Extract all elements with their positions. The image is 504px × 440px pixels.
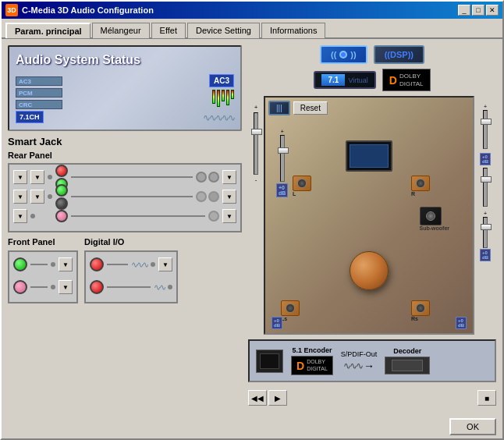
front-btn-2[interactable]: ▼ bbox=[59, 280, 73, 294]
level-bars bbox=[212, 90, 234, 107]
speaker-box-Rs[interactable] bbox=[411, 300, 430, 316]
digital-io-section: Digital I/O ∿∿∿ ▼ bbox=[84, 237, 178, 303]
speaker-Rs: Rs bbox=[411, 300, 430, 321]
digital-connector-red[interactable] bbox=[90, 257, 104, 271]
rs-db-badge: +0dB bbox=[456, 317, 467, 329]
tab-melangeur[interactable]: Mélangeur bbox=[92, 23, 150, 38]
connector-red-1[interactable] bbox=[55, 165, 68, 177]
decoder-label: Decoder bbox=[393, 347, 421, 355]
jack-btn-3a[interactable]: ▼ bbox=[13, 209, 27, 223]
tab-param-principal[interactable]: Param. principal bbox=[5, 23, 91, 38]
maximize-button[interactable]: □ bbox=[472, 5, 484, 16]
speaker-box-L[interactable] bbox=[293, 176, 311, 191]
main-content: Audio System Status AC3 PCM CRC AC3 7.1C… bbox=[2, 39, 502, 415]
jack-btn-1b[interactable]: ▼ bbox=[30, 170, 44, 184]
tab-effet[interactable]: Effet bbox=[151, 23, 186, 38]
spdif-wave: ∿∿∿ bbox=[343, 360, 362, 371]
dolby-text: DOLBY DIGITAL bbox=[399, 73, 424, 87]
title-bar: 3D C-Media 3D Audio Configuration _ □ ✕ bbox=[2, 2, 502, 19]
speaker-label-Rs: Rs bbox=[411, 316, 430, 321]
main-window: 3D C-Media 3D Audio Configuration _ □ ✕ … bbox=[0, 0, 504, 440]
jack-row-3: ▼ ▼ bbox=[13, 208, 236, 225]
c-track[interactable] bbox=[483, 110, 488, 149]
decoder-area: Decoder bbox=[385, 347, 430, 374]
master-track[interactable] bbox=[254, 112, 258, 175]
master-thumb[interactable] bbox=[251, 129, 262, 135]
front-btn-1[interactable]: ▼ bbox=[59, 257, 73, 271]
front-connector-pink[interactable] bbox=[13, 280, 27, 294]
speaker-box-R[interactable] bbox=[411, 176, 430, 191]
spdif-signal: ∿∿∿ → bbox=[343, 360, 374, 372]
left-track[interactable] bbox=[280, 135, 285, 182]
speaker-cone-Rs bbox=[416, 303, 425, 313]
jack-btn-2c[interactable]: ▼ bbox=[222, 190, 236, 204]
right-sliders: + +0dB + bbox=[474, 96, 496, 335]
jack-btn-3b[interactable]: ▼ bbox=[222, 209, 236, 223]
minimize-button[interactable]: _ bbox=[458, 5, 470, 16]
r-db-badge: +0dB bbox=[480, 153, 491, 165]
title-bar-left: 3D C-Media 3D Audio Configuration bbox=[5, 4, 154, 16]
transport-controls: ◀◀ ▶ ■ bbox=[248, 387, 496, 409]
connector-pink-3[interactable] bbox=[55, 210, 68, 222]
virtual-button[interactable]: 7.1 Virtual bbox=[314, 71, 375, 89]
encoder-section: 5.1 Encoder D DOLBY DIGITAL S/PDIF-Out ∿… bbox=[248, 339, 496, 382]
output-connectors-1 bbox=[196, 172, 219, 183]
connector-black-2[interactable] bbox=[55, 197, 68, 210]
transport-left: ◀◀ ▶ bbox=[248, 390, 287, 406]
r-thumb[interactable] bbox=[481, 176, 492, 183]
ok-button[interactable]: OK bbox=[449, 418, 496, 435]
out-conn-3a[interactable] bbox=[208, 211, 219, 222]
front-line-1 bbox=[30, 264, 48, 265]
eq-button[interactable]: ||| bbox=[268, 101, 290, 115]
dsp-button[interactable]: ((DSP)) bbox=[374, 45, 424, 64]
left-thumb[interactable] bbox=[278, 147, 289, 154]
connector-green-2[interactable] bbox=[55, 184, 68, 197]
sub-thumb[interactable] bbox=[481, 224, 492, 230]
prev-button[interactable]: ◀◀ bbox=[248, 390, 267, 406]
digital-row-2: ∿∿ bbox=[90, 279, 172, 296]
speaker-box-sub[interactable] bbox=[420, 207, 442, 225]
c-thumb[interactable] bbox=[481, 119, 492, 125]
digital-btn-1[interactable]: ▼ bbox=[158, 257, 172, 271]
front-connector-green[interactable] bbox=[13, 257, 27, 271]
jack-btn-1a[interactable]: ▼ bbox=[13, 170, 27, 184]
digital-io-box: ∿∿∿ ▼ ∿∿ bbox=[84, 250, 178, 303]
out-conn-1b[interactable] bbox=[208, 172, 219, 183]
level-bar-4 bbox=[226, 90, 229, 105]
tab-informations[interactable]: Informations bbox=[261, 23, 326, 38]
jack-btn-1c[interactable]: ▼ bbox=[222, 170, 236, 184]
stop-button[interactable]: ■ bbox=[477, 390, 496, 406]
master-plus: + bbox=[254, 104, 258, 111]
speaker-cone-sub bbox=[426, 211, 435, 221]
r-track[interactable] bbox=[483, 168, 488, 207]
reset-button[interactable]: Reset bbox=[293, 101, 328, 115]
speaker-sub: Sub-woofer bbox=[420, 207, 450, 231]
jack-row-1: ▼ ▼ ▼ bbox=[13, 169, 236, 186]
play-button[interactable]: ▶ bbox=[268, 390, 287, 406]
spdif-label: S/PDIF-Out bbox=[341, 350, 378, 358]
virtual-number: 7.1 bbox=[321, 74, 345, 86]
digital-connector-red-2[interactable] bbox=[90, 280, 104, 294]
sub-track[interactable] bbox=[483, 217, 488, 248]
jack-btn-2b[interactable]: ▼ bbox=[30, 190, 44, 204]
speaker-box-Ls[interactable] bbox=[281, 300, 300, 316]
dolby-button[interactable]: D DOLBY DIGITAL bbox=[382, 69, 431, 91]
ch71-badge: 7.1CH bbox=[16, 111, 44, 123]
digital-wave-2: ∿∿ bbox=[154, 282, 165, 293]
out-conn-2a[interactable] bbox=[196, 191, 207, 202]
rear-panel-title: Rear Panel bbox=[8, 151, 242, 160]
jack-btn-2a[interactable]: ▼ bbox=[13, 190, 27, 204]
left-slider-area: + +0dB bbox=[276, 129, 288, 197]
surround-icon: (( bbox=[331, 50, 336, 59]
tab-device-setting[interactable]: Device Setting bbox=[187, 23, 260, 38]
out-conn-1a[interactable] bbox=[196, 172, 207, 183]
level-bar-1 bbox=[212, 90, 215, 104]
out-conn-2b[interactable] bbox=[208, 191, 219, 202]
close-button[interactable]: ✕ bbox=[486, 5, 499, 16]
ac3-badge: AC3 bbox=[209, 74, 234, 87]
master-slider-left: + - bbox=[248, 96, 264, 335]
dot-2 bbox=[48, 194, 52, 199]
dolby-d-icon: D bbox=[389, 74, 397, 87]
smart-jack-title: Smart Jack bbox=[8, 136, 242, 147]
surround-button[interactable]: (( )) bbox=[320, 45, 367, 64]
